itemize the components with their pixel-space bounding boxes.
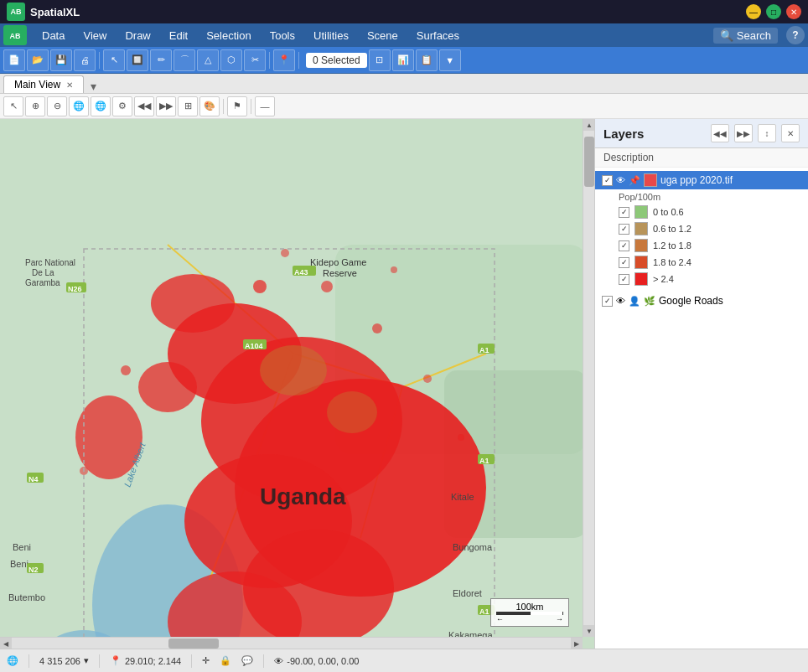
layers-prev-btn[interactable]: ◀◀ [711,124,729,142]
svg-point-34 [260,345,327,395]
mt-zoom-out[interactable]: ⊖ [47,96,67,116]
tb-draw4[interactable]: ⬡ [220,49,242,71]
layers-pin-btn[interactable]: ↕ [758,124,776,142]
svg-text:N26: N26 [68,285,82,293]
tb-sel3[interactable]: 📋 [416,49,438,71]
tb-more[interactable]: ▼ [439,49,461,71]
menu-tools[interactable]: Tools [262,27,303,44]
count-value: 4 315 206 [39,656,80,666]
legend-item-2: 1.2 to 1.8 [595,237,808,254]
minimize-button[interactable]: — [746,4,761,19]
svg-point-25 [253,280,267,293]
legend-cb-3[interactable] [619,257,629,268]
tb-sel1[interactable]: ⊡ [369,49,391,71]
tb-draw1[interactable]: ✏ [150,49,172,71]
mt-globe1[interactable]: 🌐 [69,96,89,116]
svg-text:Reserve: Reserve [323,268,357,278]
tb-new[interactable]: 📄 [3,49,25,71]
legend-label-4: > 2.4 [653,274,674,284]
tb-save[interactable]: 💾 [50,49,72,71]
scroll-thumb-h[interactable] [168,638,219,649]
scroll-down-arrow[interactable]: ▼ [583,625,594,637]
status-location: 📍 29.010; 2.144 [110,655,181,666]
layer-eye-icon[interactable]: 👁 [616,175,625,185]
legend-cb-2[interactable] [619,240,629,251]
svg-text:A1: A1 [479,607,489,616]
status-msg: 💬 [241,655,253,666]
menu-edit[interactable]: Edit [161,27,196,44]
menu-view[interactable]: View [75,27,115,44]
menu-draw[interactable]: Draw [117,27,158,44]
scroll-thumb-v[interactable] [584,137,594,187]
tb-draw3[interactable]: △ [197,49,219,71]
layer-color-icon [644,173,657,187]
menu-surfaces[interactable]: Surfaces [408,27,468,44]
statusbar: 🌐 4 315 206 ▾ 📍 29.010; 2.144 ✛ 🔒 💬 👁 -9… [0,649,808,672]
mt-prev[interactable]: ◀◀ [134,96,154,116]
svg-text:Beni: Beni [13,542,31,552]
tb-draw2[interactable]: ⌒ [174,49,195,71]
tb-zoom-in[interactable]: 🔲 [127,49,148,71]
app-title: AB SpatialXL [7,3,80,21]
svg-text:A43: A43 [294,268,308,277]
legend-label-1: 0.6 to 1.2 [653,224,691,234]
layer-pin-icon: 📌 [629,175,640,186]
svg-text:Kitale: Kitale [451,492,474,502]
tb-sel2[interactable]: 📊 [392,49,414,71]
legend-sublabel: Pop/100m [595,190,808,204]
svg-text:A104: A104 [245,342,263,350]
tb-print[interactable]: 🖨 [74,49,96,71]
mt-globe2[interactable]: 🌐 [91,96,111,116]
tab-arrow-down[interactable]: ▾ [87,80,100,93]
mt-next[interactable]: ▶▶ [156,96,176,116]
tb-open[interactable]: 📂 [27,49,49,71]
status-sep-1 [28,654,29,668]
close-button[interactable]: ✕ [786,4,801,19]
tb-point[interactable]: 📍 [273,49,295,71]
search-box[interactable]: 🔍 Search [713,28,778,44]
mt-settings[interactable]: ⚙ [112,96,132,116]
mt-grid[interactable]: ⊞ [178,96,198,116]
menu-scene[interactable]: Scene [359,27,407,44]
map-scrollbar-vertical[interactable]: ▲ ▼ [583,119,594,637]
layers-close-btn[interactable]: ✕ [781,124,800,142]
scroll-right-arrow[interactable]: ▶ [571,638,583,649]
map-area[interactable]: Uganda Lake Victoria Lake Albert Parc Na… [0,119,594,649]
scroll-left-arrow[interactable]: ◀ [0,638,12,649]
help-button[interactable]: ? [786,26,805,44]
scale-bar: 100km ←→ [490,598,569,627]
mt-zoom-in[interactable]: ⊕ [25,96,45,116]
svg-text:N4: N4 [28,475,39,483]
svg-text:De La: De La [32,268,54,277]
layer-item-google-roads[interactable]: 👁 👤 🌿 Google Roads [595,292,808,309]
status-pointer: ✛ [202,655,210,666]
legend-cb-1[interactable] [619,224,629,235]
menu-utilities[interactable]: Utilities [305,27,357,44]
menu-selection[interactable]: Selection [198,27,259,44]
mt-dash[interactable]: — [255,96,275,116]
window-controls: — □ ✕ [746,4,801,19]
tab-close-icon[interactable]: ✕ [66,80,73,90]
maximize-button[interactable]: □ [766,4,781,19]
layer-item-uga[interactable]: 👁 📌 uga ppp 2020.tif [595,171,808,189]
mt-flag[interactable]: ⚑ [227,96,247,116]
google-roads-eye-icon[interactable]: 👁 [616,296,625,306]
location-icon: 📍 [110,655,122,666]
google-roads-checkbox[interactable] [602,296,613,307]
map-scrollbar-horizontal[interactable]: ◀ ▶ [0,637,583,649]
tb-select[interactable]: ↖ [103,49,125,71]
scroll-up-arrow[interactable]: ▲ [583,119,594,131]
svg-point-27 [423,375,432,383]
tab-main-view[interactable]: Main View ✕ [3,75,84,93]
layer-name: uga ppp 2020.tif [660,174,801,186]
legend-cb-4[interactable] [619,274,629,285]
legend-cb-0[interactable] [619,207,629,218]
layers-next-btn[interactable]: ▶▶ [734,124,753,142]
layer-checkbox-uga[interactable] [602,175,613,186]
tb-draw5[interactable]: ✂ [244,49,266,71]
mt-cursor[interactable]: ↖ [3,96,23,116]
legend-item-3: 1.8 to 2.4 [595,254,808,271]
menu-data[interactable]: Data [34,27,73,44]
mt-color[interactable]: 🎨 [199,96,220,116]
count-dropdown[interactable]: ▾ [84,655,89,666]
